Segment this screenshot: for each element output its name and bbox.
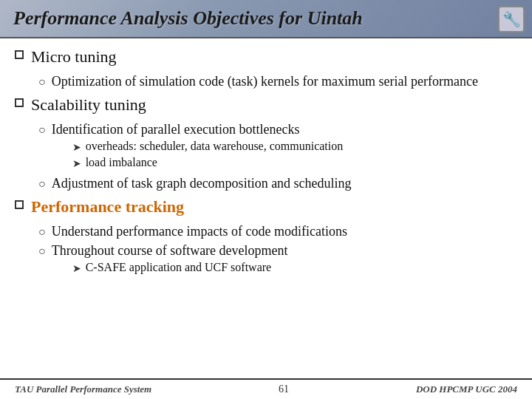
sub-item-3-2: ○ Throughout course of software developm… <box>38 243 517 277</box>
circle-bullet-3-2: ○ <box>38 245 46 258</box>
sub-item-text-1-1: Optimization of simulation code (task) k… <box>52 74 478 89</box>
footer-page-number: 61 <box>279 383 289 395</box>
main-item-scalability-tuning: Scalability tuning <box>15 95 517 115</box>
slide-header: Performance Analysis Objectives for Uint… <box>0 0 532 38</box>
slide-content: Micro tuning ○ Optimization of simulatio… <box>0 38 532 378</box>
main-item-label-scalability-tuning: Scalability tuning <box>31 95 146 115</box>
sub-sub-item-2-1-2: ➤ load imbalance <box>72 156 344 170</box>
sub-item-text-3-2: Throughout course of software developmen… <box>52 243 288 258</box>
sub-sub-item-2-1-1: ➤ overheads: scheduler, data warehouse, … <box>72 140 344 154</box>
sub-item-1-1: ○ Optimization of simulation code (task)… <box>38 74 517 89</box>
bullet-square-3 <box>15 200 24 209</box>
main-item-micro-tuning: Micro tuning <box>15 47 517 66</box>
bullet-square-2 <box>15 98 24 107</box>
sub-item-2-1: ○ Identification of parallel execution b… <box>38 122 517 172</box>
sub-item-text-2-1: Identification of parallel execution bot… <box>52 122 300 137</box>
sub-item-text-2-2: Adjustment of task graph decomposition a… <box>52 176 352 191</box>
main-item-performance-tracking: Performance tracking <box>15 197 517 216</box>
slide-footer: TAU Parallel Performance System 61 DOD H… <box>0 378 532 399</box>
circle-bullet-2-2: ○ <box>38 177 46 191</box>
bullet-square-1 <box>15 50 24 59</box>
sub-sub-item-3-2-1: ➤ C-SAFE application and UCF software <box>72 261 288 275</box>
sub-items-micro-tuning: ○ Optimization of simulation code (task)… <box>38 74 517 89</box>
main-item-label-performance-tracking: Performance tracking <box>31 197 184 216</box>
sub-sub-item-text-3-2-1: C-SAFE application and UCF software <box>86 261 272 274</box>
footer-right-text: DOD HPCMP UGC 2004 <box>416 383 517 395</box>
slide-title: Performance Analysis Objectives for Uint… <box>13 7 495 30</box>
slide: Performance Analysis Objectives for Uint… <box>0 0 532 399</box>
sub-sub-item-text-2-1-2: load imbalance <box>86 156 157 169</box>
arrow-bullet-2-1-1: ➤ <box>72 141 81 154</box>
circle-bullet-1-1: ○ <box>38 75 46 89</box>
arrow-bullet-2-1-2: ➤ <box>72 157 81 170</box>
sub-item-2-2: ○ Adjustment of task graph decomposition… <box>38 176 517 191</box>
arrow-bullet-3-2-1: ➤ <box>72 262 81 275</box>
sub-sub-items-3-2: ➤ C-SAFE application and UCF software <box>72 261 288 275</box>
circle-bullet-2-1: ○ <box>38 123 46 137</box>
footer-left-text: TAU Parallel Performance System <box>15 383 151 395</box>
main-item-label-micro-tuning: Micro tuning <box>31 47 117 66</box>
header-icon: 🔧 <box>498 6 525 33</box>
sub-sub-item-text-2-1-1: overheads: scheduler, data warehouse, co… <box>86 140 344 153</box>
sub-item-3-1: ○ Understand performance impacts of code… <box>38 224 517 239</box>
sub-items-performance-tracking: ○ Understand performance impacts of code… <box>38 224 517 277</box>
sub-items-scalability-tuning: ○ Identification of parallel execution b… <box>38 122 517 191</box>
sub-sub-items-2-1: ➤ overheads: scheduler, data warehouse, … <box>72 140 344 170</box>
sub-item-text-3-1: Understand performance impacts of code m… <box>52 224 347 239</box>
circle-bullet-3-1: ○ <box>38 225 46 239</box>
